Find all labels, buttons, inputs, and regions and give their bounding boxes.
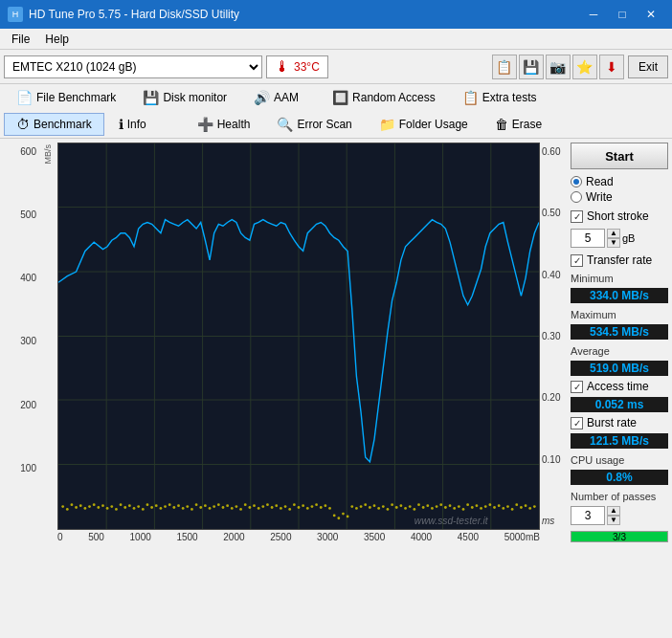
svg-point-49 [213,505,215,508]
svg-point-98 [431,507,434,510]
short-stroke-checkbox[interactable] [571,210,583,223]
svg-point-20 [83,507,86,510]
tab-extra-tests[interactable]: 📋 Extra tests [450,86,549,109]
svg-point-110 [484,505,487,508]
tab-file-benchmark[interactable]: 📄 File Benchmark [4,86,128,109]
svg-point-24 [101,504,104,507]
svg-point-28 [120,503,123,506]
maximize-button[interactable]: □ [609,5,636,24]
tab-aam[interactable]: 🔊 AAM [241,86,318,109]
short-stroke-checkbox-row[interactable]: Short stroke [571,209,668,223]
svg-point-55 [239,508,242,511]
access-time-checkbox[interactable] [571,381,583,393]
drive-select[interactable]: EMTEC X210 (1024 gB) [4,55,262,78]
toolbar-icon-1[interactable]: 📋 [492,55,517,79]
radio-write-label: Write [586,190,613,204]
random-access-icon: 🔲 [332,90,348,105]
tab-file-benchmark-label: File Benchmark [36,91,116,104]
tab-benchmark[interactable]: ⏱ Benchmark [4,113,104,136]
svg-point-18 [75,506,78,509]
passes-increment[interactable]: ▲ [607,506,620,516]
passes-decrement[interactable]: ▼ [607,516,620,525]
tab-erase[interactable]: 🗑 Erase [482,113,559,136]
burst-rate-checkbox[interactable] [571,417,583,429]
aam-icon: 🔊 [254,90,270,105]
short-stroke-spinbuttons: ▲ ▼ [607,229,620,248]
svg-point-79 [347,515,349,517]
short-stroke-decrement[interactable]: ▼ [607,238,620,248]
y-label-500: 500 [20,209,36,220]
x-label-5000: 5000mB [504,532,540,542]
window-controls: ─ □ ✕ [580,5,664,24]
toolbar-icon-2[interactable]: 💾 [519,55,544,79]
svg-point-116 [511,508,514,511]
svg-point-72 [315,503,318,506]
minimize-button[interactable]: ─ [580,5,607,24]
toolbar-icon-4[interactable]: ⭐ [572,55,597,79]
svg-point-44 [190,508,193,511]
x-label-2500: 2500 [270,532,291,542]
transfer-rate-checkbox[interactable] [571,254,583,267]
tab-disk-monitor[interactable]: 💾 Disk monitor [130,86,239,109]
svg-point-103 [453,507,456,510]
y-unit-label: MB/s [43,144,53,165]
svg-point-78 [342,513,345,516]
minimum-value: 334.0 MB/s [571,288,668,303]
tab-random-access[interactable]: 🔲 Random Access [320,86,448,109]
svg-point-76 [333,515,336,517]
tab-error-scan[interactable]: 🔍 Error Scan [264,113,364,136]
chart-plot-area: www.ssd-tester.it [57,143,540,530]
svg-point-65 [284,505,287,508]
svg-point-106 [466,503,469,506]
exit-button[interactable]: Exit [628,55,668,78]
toolbar-icon-3[interactable]: 📷 [546,55,571,79]
tab-health[interactable]: ➕ Health [185,113,263,136]
svg-point-32 [137,505,140,508]
y-right-0.50: 0.50 [542,208,560,218]
progress-bar-container: 3/3 [571,531,668,542]
y-axis-left-unit: MB/s [38,143,57,530]
svg-point-88 [387,508,390,511]
menu-file[interactable]: File [4,31,37,48]
start-button[interactable]: Start [571,143,668,169]
transfer-rate-checkbox-row[interactable]: Transfer rate [571,253,668,267]
close-button[interactable]: ✕ [638,5,664,24]
y-label-300: 300 [20,336,36,346]
svg-point-30 [128,504,131,507]
menu-help[interactable]: Help [37,31,77,48]
svg-point-102 [449,504,452,507]
burst-rate-checkbox-row[interactable]: Burst rate [571,416,668,429]
svg-point-112 [493,506,496,509]
svg-point-92 [404,507,407,510]
svg-point-54 [235,505,238,508]
toolbar-icon-5[interactable]: ⬇ [599,55,624,79]
radio-write[interactable]: Write [571,190,668,204]
svg-point-22 [93,503,96,506]
tab-folder-usage[interactable]: 📁 Folder Usage [367,113,481,136]
y-label-400: 400 [20,273,36,283]
svg-point-83 [364,503,367,506]
right-panel: Start Read Write Short stroke ▲ ▼ gB [567,139,672,546]
svg-point-87 [382,505,385,508]
cpu-usage-value: 0.8% [571,470,668,485]
svg-point-62 [271,506,274,509]
tabs-row: 📄 File Benchmark 💾 Disk monitor 🔊 AAM 🔲 … [0,84,672,139]
svg-point-101 [444,506,447,509]
minimum-label: Minimum [571,273,668,284]
short-stroke-label: Short stroke [587,209,649,223]
short-stroke-input[interactable] [571,229,605,248]
passes-input[interactable] [571,506,605,525]
radio-read[interactable]: Read [571,175,668,188]
tab-info[interactable]: ℹ Info [106,113,183,136]
svg-point-93 [409,505,412,508]
chart-svg: www.ssd-tester.it [58,143,539,529]
x-label-1000: 1000 [130,532,151,542]
svg-point-85 [373,504,376,507]
svg-point-37 [160,507,163,510]
svg-point-71 [311,505,314,508]
svg-point-75 [328,507,331,510]
svg-point-59 [258,507,260,510]
tab-error-scan-label: Error Scan [297,118,351,131]
access-time-checkbox-row[interactable]: Access time [571,380,668,393]
short-stroke-increment[interactable]: ▲ [607,229,620,238]
